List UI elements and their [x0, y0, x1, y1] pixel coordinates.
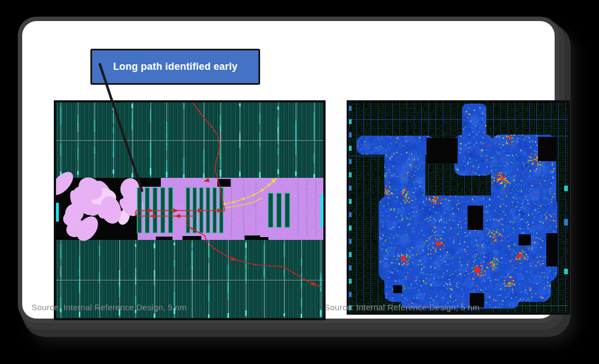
congestion-heatmap-image	[349, 102, 568, 312]
right-source-caption: Source: Internal Reference Design, 5 nm	[324, 303, 480, 312]
left-figure	[54, 100, 326, 320]
callout-label: Long path identified early	[113, 61, 237, 73]
right-figure	[347, 100, 570, 315]
chip-floorplan-image	[56, 102, 323, 318]
slide-card: Long path identified early Source: Inter…	[22, 21, 555, 319]
callout-box: Long path identified early	[90, 49, 260, 85]
slide-background: Long path identified early Source: Inter…	[0, 0, 599, 364]
left-source-caption: Source: Internal Reference Design, 5 nm	[32, 303, 187, 312]
